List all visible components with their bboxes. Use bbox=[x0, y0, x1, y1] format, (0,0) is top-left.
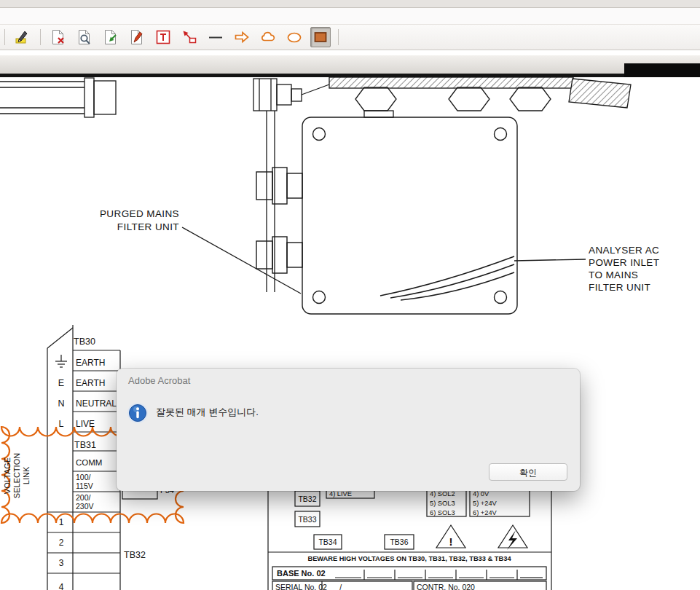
contr-no-text: CONTR. No. 020__ bbox=[417, 583, 484, 590]
pdf-page[interactable]: PURGED MAINS FILTER UNIT ANALYSER AC POW… bbox=[0, 77, 700, 590]
row-number-1: 1 bbox=[59, 517, 64, 527]
volt-row-comm: COMM bbox=[76, 458, 102, 467]
analyser-label-line4: FILTER UNIT bbox=[589, 282, 650, 293]
info-icon bbox=[127, 402, 149, 424]
analyser-label-line3: TO MAINS bbox=[589, 270, 638, 280]
tb34-item: 4) SOL2 bbox=[430, 490, 455, 497]
sign-tool-icon[interactable] bbox=[12, 27, 33, 47]
row-number-3: 3 bbox=[59, 558, 64, 568]
pdf-drawing: PURGED MAINS FILTER UNIT ANALYSER AC POW… bbox=[0, 77, 700, 590]
tb36-item: 6) +24V bbox=[473, 509, 498, 516]
text-box-tool-icon[interactable] bbox=[153, 27, 173, 47]
beware-warning-text: BEWARE HIGH VOLTAGES ON TB30, TB31, TB32… bbox=[307, 555, 511, 562]
table-bottom-tb34: TB34 bbox=[318, 538, 337, 546]
cloud-tool-icon[interactable] bbox=[258, 27, 278, 47]
toolbar-separator bbox=[338, 29, 339, 45]
document-delete-icon[interactable] bbox=[48, 27, 68, 47]
oval-tool-icon[interactable] bbox=[284, 27, 304, 47]
row-number-4: 4 bbox=[59, 582, 64, 590]
tb30-item: 4) LIVE bbox=[329, 490, 352, 497]
arrow-tool-icon[interactable] bbox=[232, 27, 252, 47]
dialog-message: 잘못된 매개 변수입니다. bbox=[156, 406, 259, 419]
toolbar-gap bbox=[0, 50, 700, 55]
tb30-label: TB30 bbox=[74, 337, 95, 347]
tb34-item: 6) SOL3 bbox=[430, 509, 455, 516]
toolbar-separator bbox=[40, 29, 41, 45]
purged-label-line2: FILTER UNIT bbox=[117, 221, 179, 232]
tb31-label: TB31 bbox=[74, 440, 96, 450]
terminal-row-earth2: EARTH bbox=[76, 378, 105, 388]
tb34-item: 5) SOL3 bbox=[430, 500, 455, 507]
dialog-title: Adobe Acrobat bbox=[128, 375, 190, 386]
letter-l: L bbox=[59, 419, 64, 429]
window-top-edge bbox=[0, 0, 700, 8]
tb36-item: 4) 0V bbox=[473, 490, 489, 497]
voltage-selection-line1: VOLTAGE bbox=[3, 457, 12, 494]
line-tool-icon[interactable] bbox=[205, 27, 226, 47]
ok-button[interactable]: 확인 bbox=[489, 463, 567, 481]
drawing-labels: PURGED MAINS FILTER UNIT ANALYSER AC POW… bbox=[100, 208, 659, 293]
document-edit-icon[interactable] bbox=[127, 27, 147, 47]
rectangle-tool-icon[interactable] bbox=[310, 27, 331, 47]
row-number-2: 2 bbox=[59, 538, 64, 548]
letter-e: E bbox=[58, 378, 64, 388]
document-import-icon[interactable] bbox=[101, 27, 121, 47]
document-toolbar-well bbox=[0, 55, 700, 74]
callout-tool-icon[interactable] bbox=[179, 27, 200, 47]
serial-no-text: SERIAL No. 02___/___ bbox=[275, 583, 355, 590]
table-box-tb33: TB33 bbox=[298, 515, 316, 524]
toolbar-separator bbox=[4, 29, 5, 45]
document-header-strip bbox=[0, 55, 700, 77]
voltage-selection-line3: LINK bbox=[22, 466, 31, 484]
base-no-text: BASE No. 02 bbox=[277, 569, 326, 578]
purged-label-line1: PURGED MAINS bbox=[100, 208, 179, 219]
volt-row-230v: 230V bbox=[76, 502, 94, 511]
menu-strip bbox=[0, 8, 700, 25]
table-box-tb32: TB32 bbox=[298, 495, 316, 503]
analyser-label-line1: ANALYSER AC bbox=[589, 245, 659, 256]
voltage-selection-line2: SELECTION bbox=[12, 453, 21, 498]
terminal-row-neutral: NEUTRAL bbox=[76, 398, 117, 409]
volt-row-100: 100/ bbox=[76, 473, 91, 481]
table-bottom-tb36: TB36 bbox=[390, 538, 408, 546]
warning-exclamation: ! bbox=[449, 535, 453, 548]
page-backdrop-corner bbox=[624, 63, 700, 77]
analyser-label-line2: POWER INLET bbox=[589, 257, 659, 268]
volt-row-115v: 115V bbox=[76, 481, 93, 490]
terminal-row-earth1: EARTH bbox=[76, 358, 105, 368]
annotation-toolbar bbox=[0, 25, 700, 50]
tb36-item: 5) +24V bbox=[473, 500, 498, 507]
document-search-icon[interactable] bbox=[74, 27, 95, 47]
volt-row-200: 200/ bbox=[76, 493, 91, 502]
error-dialog: Adobe Acrobat 잘못된 매개 변수입니다. 확인 bbox=[117, 369, 580, 491]
tb32-label: TB32 bbox=[124, 550, 146, 560]
letter-n: N bbox=[58, 398, 64, 409]
